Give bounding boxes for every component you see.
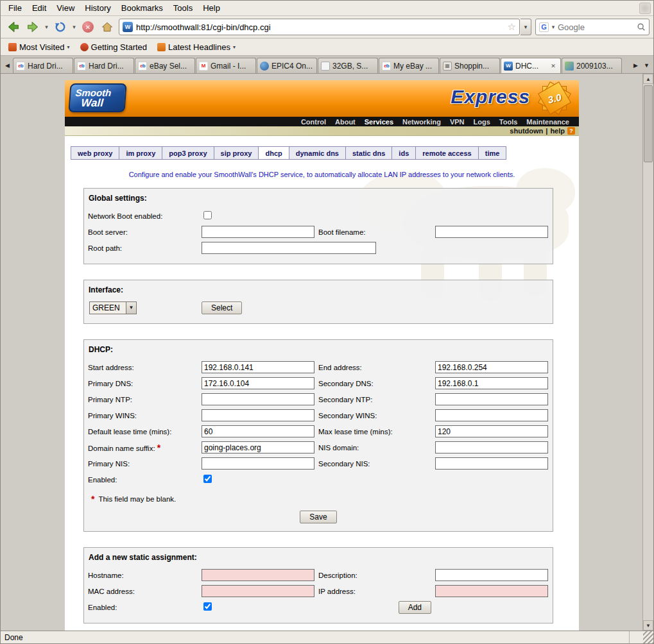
chevron-down-icon: ▼ — [126, 302, 136, 314]
hostname-input[interactable] — [202, 569, 314, 581]
search-engine-dropdown-icon[interactable]: ▾ — [551, 19, 556, 35]
primary-dns-input[interactable] — [202, 377, 314, 389]
boot-filename-input[interactable] — [435, 226, 548, 238]
secondary-dns-input[interactable] — [435, 377, 548, 389]
nav-maintenance[interactable]: Maintenance — [522, 118, 574, 126]
menu-history[interactable]: History — [80, 2, 116, 14]
help-icon[interactable]: ? — [567, 127, 575, 135]
tab-static-dns[interactable]: static dns — [345, 146, 392, 160]
browser-tab[interactable]: Hard Dri... — [13, 58, 73, 73]
tab-pop3-proxy[interactable]: pop3 proxy — [162, 146, 214, 160]
browser-tab[interactable]: Gmail - I... — [196, 58, 256, 73]
scroll-down-icon[interactable]: ▼ — [643, 620, 653, 631]
nav-networking[interactable]: Networking — [398, 118, 445, 126]
bookmark-most-visited[interactable]: Most Visited ▾ — [4, 41, 74, 53]
browser-tab[interactable]: EPIC4 On... — [257, 58, 317, 73]
menu-file[interactable]: File — [3, 2, 27, 14]
dhcp-enabled-checkbox[interactable] — [203, 475, 212, 483]
bookmark-latest-headlines[interactable]: Latest Headlines ▾ — [153, 41, 239, 53]
end-address-input[interactable] — [435, 361, 548, 373]
tab-dhcp[interactable]: dhcp — [258, 146, 289, 160]
vertical-scrollbar[interactable]: ▲ ▼ — [642, 74, 653, 631]
scrollbar-track[interactable] — [643, 84, 653, 620]
tab-sip-proxy[interactable]: sip proxy — [214, 146, 259, 160]
interface-select[interactable]: GREEN ▼ — [89, 301, 137, 314]
primary-ntp-input[interactable] — [202, 393, 314, 405]
scroll-up-icon[interactable]: ▲ — [643, 74, 653, 84]
status-text: Done — [4, 633, 23, 642]
browser-tab[interactable]: Hard Dri... — [74, 58, 134, 73]
nav-vpn[interactable]: VPN — [445, 118, 469, 126]
nav-services[interactable]: Services — [360, 118, 398, 126]
bookmark-star-icon[interactable]: ☆ — [508, 21, 516, 33]
menu-help[interactable]: Help — [198, 2, 225, 14]
search-magnifier-icon[interactable] — [637, 22, 646, 31]
tab-scroll-right-icon[interactable]: ▶ — [630, 58, 641, 73]
browser-tab[interactable]: eBay Sel... — [135, 58, 195, 73]
status-panel — [629, 631, 643, 643]
nis-domain-input[interactable] — [435, 441, 548, 453]
mac-address-input[interactable] — [202, 585, 314, 597]
browser-tab[interactable]: My eBay ... — [379, 58, 439, 73]
start-address-input[interactable] — [202, 361, 314, 373]
secondary-nis-input[interactable] — [435, 457, 548, 470]
forward-button[interactable] — [24, 18, 42, 36]
browser-tab[interactable]: 32GB, S... — [318, 58, 378, 73]
max-lease-input[interactable] — [435, 425, 548, 437]
history-dropdown-icon[interactable]: ▾ — [43, 19, 50, 35]
ip-address-input[interactable] — [435, 585, 548, 597]
tab-time[interactable]: time — [478, 146, 507, 160]
reload-button[interactable] — [51, 18, 69, 36]
back-button[interactable] — [4, 18, 22, 36]
location-dropdown-icon[interactable]: ▾ — [521, 19, 531, 35]
browser-tab-active[interactable]: DHC... — [501, 58, 561, 73]
tab-close-icon[interactable] — [549, 62, 558, 71]
nav-tools[interactable]: Tools — [495, 118, 522, 126]
ebay-favicon — [77, 62, 86, 71]
static-enabled-checkbox[interactable] — [203, 602, 212, 611]
add-button[interactable]: Add — [399, 601, 431, 614]
menu-edit[interactable]: Edit — [27, 2, 51, 14]
shutdown-link[interactable]: shutdown — [510, 127, 543, 135]
default-lease-input[interactable] — [202, 425, 314, 437]
tab-web-proxy[interactable]: web proxy — [71, 146, 119, 160]
secondary-ntp-input[interactable] — [435, 393, 548, 405]
browser-tab[interactable]: 2009103... — [562, 58, 622, 73]
root-path-input[interactable] — [202, 242, 376, 254]
tab-remote-access[interactable]: remote access — [415, 146, 478, 160]
getting-started-icon — [80, 43, 89, 51]
search-input[interactable] — [558, 22, 635, 32]
resize-grip[interactable] — [643, 631, 653, 643]
primary-wins-input[interactable] — [202, 409, 314, 421]
save-button[interactable]: Save — [300, 511, 336, 523]
home-button[interactable] — [98, 18, 116, 36]
tab-list-dropdown-icon[interactable]: ▼ — [641, 58, 652, 73]
stop-icon — [82, 21, 94, 33]
tab-im-proxy[interactable]: im proxy — [119, 146, 162, 160]
required-asterisk: * — [91, 494, 94, 504]
primary-nis-input[interactable] — [202, 457, 314, 470]
bookmark-getting-started[interactable]: Getting Started — [76, 41, 151, 53]
scrollbar-thumb[interactable] — [644, 85, 653, 162]
nav-about[interactable]: About — [331, 118, 360, 126]
nav-control[interactable]: Control — [297, 118, 331, 126]
form-row: MAC address: IP address: — [88, 583, 549, 599]
select-interface-button[interactable]: Select — [202, 301, 242, 314]
tab-scroll-left-icon[interactable]: ◀ — [2, 58, 13, 73]
browser-tab[interactable]: Shoppin... — [440, 58, 500, 73]
network-boot-checkbox[interactable] — [203, 211, 212, 219]
menu-bookmarks[interactable]: Bookmarks — [116, 2, 168, 14]
menu-view[interactable]: View — [51, 2, 80, 14]
url-input[interactable] — [136, 22, 504, 32]
domain-suffix-input[interactable] — [202, 441, 314, 453]
tab-dynamic-dns[interactable]: dynamic dns — [289, 146, 346, 160]
description-input[interactable] — [435, 569, 548, 581]
menu-tools[interactable]: Tools — [168, 2, 198, 14]
tab-ids[interactable]: ids — [392, 146, 416, 160]
reload-dropdown-icon[interactable]: ▾ — [71, 19, 78, 35]
help-link[interactable]: help — [550, 127, 565, 135]
nav-logs[interactable]: Logs — [469, 118, 495, 126]
boot-server-input[interactable] — [202, 226, 314, 238]
stop-button[interactable] — [79, 18, 97, 36]
secondary-wins-input[interactable] — [435, 409, 548, 421]
